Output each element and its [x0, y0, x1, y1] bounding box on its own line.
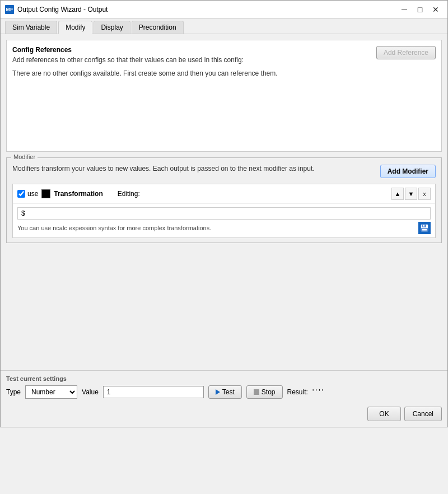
result-label: Result:	[287, 388, 308, 396]
config-refs-text-area: Config References Add references to othe…	[12, 46, 244, 64]
window-title: Output Config Wizard - Output	[17, 6, 108, 13]
stop-button-label: Stop	[262, 388, 276, 396]
type-label: Type	[6, 388, 21, 396]
delete-modifier-button[interactable]: x	[418, 188, 431, 200]
use-checkbox[interactable]	[17, 190, 25, 198]
maximize-button[interactable]: □	[413, 4, 427, 15]
formula-input[interactable]	[17, 207, 431, 220]
tab-bar: Sim Variable Modify Display Precondition	[1, 18, 447, 34]
move-down-button[interactable]: ▼	[405, 188, 417, 200]
test-button-label: Test	[222, 388, 235, 396]
minimize-button[interactable]: ─	[397, 4, 412, 15]
value-label: Value	[82, 388, 99, 396]
ncalc-note-row: You can use ncalc expession syntax for m…	[17, 222, 431, 234]
save-formula-button[interactable]	[418, 222, 431, 234]
stop-icon	[254, 389, 259, 395]
tab-display[interactable]: Display	[94, 21, 130, 34]
value-input[interactable]	[103, 386, 204, 398]
editing-label: Editing:	[118, 190, 140, 198]
tab-sim-variable[interactable]: Sim Variable	[5, 21, 57, 34]
modifier-legend: Modifier	[11, 153, 38, 160]
test-row: Type Number String Boolean Value Test St…	[6, 385, 442, 399]
title-controls: ─ □ ✕	[397, 4, 443, 15]
modifier-description: Modifiers transform your values to new v…	[12, 165, 315, 173]
modifier-section: Modifier Modifiers transform your values…	[6, 157, 442, 243]
move-up-button[interactable]: ▲	[391, 188, 404, 200]
title-bar-left: MF Output Config Wizard - Output	[5, 5, 108, 14]
title-bar: MF Output Config Wizard - Output ─ □ ✕	[1, 1, 447, 18]
dialog-footer: OK Cancel	[1, 403, 447, 427]
result-value: ' ' ' '	[312, 388, 323, 396]
config-refs-header: Config References Add references to othe…	[12, 46, 436, 64]
add-reference-button[interactable]: Add Reference	[376, 46, 436, 59]
main-content: Config References Add references to othe…	[1, 34, 447, 370]
ok-button[interactable]: OK	[367, 407, 400, 421]
color-swatch[interactable]	[41, 189, 50, 198]
cancel-button[interactable]: Cancel	[404, 407, 442, 421]
svg-rect-4	[422, 229, 427, 231]
ncalc-note-text: You can use ncalc expession syntax for m…	[17, 225, 211, 231]
no-configs-message: There are no other configs available. Fi…	[12, 69, 436, 77]
type-select[interactable]: Number String Boolean	[25, 385, 77, 399]
modifier-item: use Transformation Editing: ▲ ▼ x You ca…	[12, 184, 436, 238]
config-references-section: Config References Add references to othe…	[6, 40, 442, 152]
test-settings-bar: Test current settings Type Number String…	[1, 370, 447, 403]
use-label: use	[27, 190, 38, 198]
add-modifier-button[interactable]: Add Modifier	[380, 165, 436, 178]
close-button[interactable]: ✕	[428, 4, 443, 15]
modifier-type-label: Transformation	[54, 190, 102, 198]
test-settings-label: Test current settings	[6, 375, 442, 382]
svg-rect-2	[423, 225, 424, 227]
config-refs-description: Add references to other configs so that …	[12, 56, 244, 64]
stop-button[interactable]: Stop	[246, 385, 283, 399]
modifier-top-row: use Transformation Editing: ▲ ▼ x	[13, 184, 435, 204]
config-refs-title: Config References	[12, 46, 244, 54]
play-icon	[216, 389, 220, 395]
test-button[interactable]: Test	[208, 385, 242, 399]
tab-modify[interactable]: Modify	[58, 21, 92, 34]
modifier-bottom-area: You can use ncalc expession syntax for m…	[13, 204, 435, 237]
modifier-desc-row: Modifiers transform your values to new v…	[12, 165, 436, 178]
modifier-controls: ▲ ▼ x	[391, 188, 431, 200]
app-icon: MF	[5, 5, 14, 14]
main-window: MF Output Config Wizard - Output ─ □ ✕ S…	[0, 0, 448, 427]
tab-precondition[interactable]: Precondition	[132, 21, 184, 34]
use-checkbox-group: use	[17, 190, 38, 198]
